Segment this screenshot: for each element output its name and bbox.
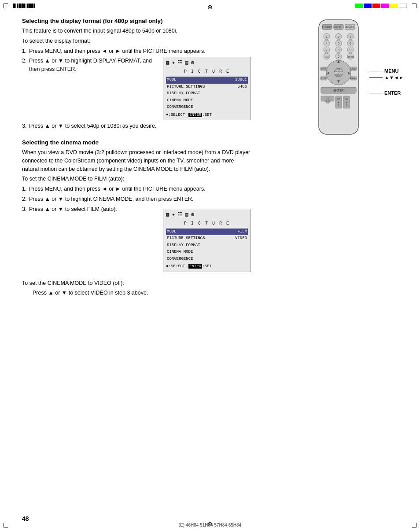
nav-connector-line <box>369 77 383 78</box>
menu-label-area: MENU <box>369 68 398 74</box>
main-content: Selecting the display format (for 480p s… <box>22 18 398 513</box>
section2-step3: 3. Press ▲ or ▼ to select FILM (auto). ▦… <box>29 205 251 272</box>
svg-text:▼: ▼ <box>336 79 341 84</box>
svg-text:TV: TV <box>326 98 329 100</box>
osd-row-display-format: DISPLAY FORMAT <box>166 90 248 97</box>
corner-mark-tr <box>412 4 416 8</box>
section2-step1: 1. Press MENU, and then press ◄ or ► unt… <box>29 185 251 193</box>
color-bar <box>355 4 407 8</box>
corner-mark-tl <box>4 4 8 8</box>
section1-step1: 1. Press MENU, and then press ◄ or ► unt… <box>29 47 251 55</box>
section2-intro: To set the CINEMA MODE to FILM (auto): <box>22 175 251 183</box>
svg-text:◄: ◄ <box>326 70 330 75</box>
osd2-icon-5: ⚙ <box>191 211 194 219</box>
svg-text:RDIO: RDIO <box>326 102 330 104</box>
svg-text:CH/V: CH/V <box>321 68 326 70</box>
enter-connector-line <box>369 93 383 93</box>
svg-text:FAV▲: FAV▲ <box>350 68 356 70</box>
nav-label: ▲▼◄► <box>384 75 404 80</box>
osd-icon-4: ▤ <box>185 59 188 67</box>
svg-text:RECALL: RECALL <box>334 26 343 29</box>
svg-text:▼: ▼ <box>346 104 347 106</box>
svg-text:1: 1 <box>326 35 328 38</box>
section3-intro: To set the CINEMA MODE to VIDEO (off): <box>22 279 251 288</box>
osd-row-convergence: CONVERGENCE <box>166 104 248 111</box>
osd-row-picture-settings: PICTURE SETTINGS540p <box>166 84 248 91</box>
section2-step2: 2. Press ▲ or ▼ to highlight CINEMA MODE… <box>29 195 251 203</box>
crosshair-top: ⊕ <box>207 4 213 11</box>
svg-text:DIG/MNT: DIG/MNT <box>334 72 343 74</box>
osd2-row-cinema-mode: CINEMA MODE <box>166 249 248 256</box>
section1-step2: 2. Press ▲ or ▼ to highlight DISPLAY FOR… <box>29 57 251 120</box>
section1-intro2: To select the display format: <box>22 37 251 45</box>
osd-footer-2: ●:SELECT ENTER:SET <box>166 264 248 270</box>
section1-title: Selecting the display format (for 480p s… <box>22 18 251 24</box>
svg-text:VOL: VOL <box>345 98 349 100</box>
osd-icon-5: ⚙ <box>191 59 194 67</box>
section1-step3: 3. Press ▲ or ▼ to select 540p or 1080i … <box>29 122 251 130</box>
osd-icons-row-2: ▦ ✦ ☷ ▤ ⚙ <box>166 211 248 219</box>
osd2-icon-4: ▤ <box>185 211 188 219</box>
nav-label-area: ▲▼◄► <box>369 75 404 80</box>
osd-icon-3: ☷ <box>177 59 182 67</box>
section1-intro1: This feature is to convert the input sig… <box>22 27 251 35</box>
osd-row-cinema-mode: CINEMA MODE <box>166 97 248 104</box>
svg-text:6: 6 <box>350 42 351 45</box>
step2-indent: Press ▲ or ▼ to highlight DISPLAY FORMAT… <box>29 57 251 120</box>
osd-icons-row: ▦ ✦ ☷ ▤ ⚙ <box>166 59 248 67</box>
remote-container: TV/VIDEO RECALL POWER 1 2 3 4 <box>310 18 398 142</box>
page-number: 48 <box>22 515 29 522</box>
svg-text:▲: ▲ <box>336 59 341 64</box>
svg-text:5: 5 <box>338 42 339 45</box>
osd-title-2: P I C T U R E <box>166 220 248 227</box>
svg-text:+10: +10 <box>325 55 329 58</box>
svg-text:CHRTM: CHRTM <box>347 56 354 58</box>
osd-menu-1: ▦ ✦ ☷ ▤ ⚙ P I C T U R E MODE1080i <box>163 57 251 120</box>
left-column: Selecting the display format (for 480p s… <box>22 18 251 299</box>
right-column: TV/VIDEO RECALL POWER 1 2 3 4 <box>310 18 398 142</box>
svg-text:3: 3 <box>350 35 351 38</box>
footer-text: (E) 46H84 51H84 57H84 65H84 <box>179 523 241 527</box>
menu-label: MENU <box>384 68 398 74</box>
svg-text:▲: ▲ <box>338 101 339 103</box>
svg-text:►: ► <box>347 70 351 75</box>
section3: To set the CINEMA MODE to VIDEO (off): P… <box>22 279 251 298</box>
section3-step: Press ▲ or ▼ to select VIDEO in step 3 a… <box>33 289 251 297</box>
section2: Selecting the cinema mode When you view … <box>22 139 251 272</box>
osd2-row-picture-settings: PICTURE SETTINGSVIDEO <box>166 235 248 242</box>
osd-icon-1: ▦ <box>166 59 169 67</box>
enter-label: ENTER <box>384 90 401 96</box>
osd-menu-2: ▦ ✦ ☷ ▤ ⚙ P I C T U R E MODEFILM <box>163 209 251 272</box>
step3-indent: Press ▲ or ▼ to select FILM (auto). ▦ ✦ … <box>29 205 251 272</box>
svg-text:CH: CH <box>337 98 340 100</box>
corner-mark-br <box>412 523 416 527</box>
svg-text:4: 4 <box>326 42 328 45</box>
svg-text:FAV▼: FAV▼ <box>350 77 356 80</box>
svg-text:CH/V: CH/V <box>321 77 326 80</box>
svg-text:▲: ▲ <box>346 101 347 103</box>
section2-steps: 1. Press MENU, and then press ◄ or ► unt… <box>29 185 251 272</box>
step2-text: Press ▲ or ▼ to highlight DISPLAY FORMAT… <box>29 57 158 74</box>
section1: Selecting the display format (for 480p s… <box>22 18 251 130</box>
svg-text:▼: ▼ <box>338 104 339 106</box>
remote-illustration: TV/VIDEO RECALL POWER 1 2 3 4 <box>310 18 367 141</box>
menu-connector-line <box>369 71 383 71</box>
osd2-icon-3: ☷ <box>177 211 182 219</box>
osd-icon-2: ✦ <box>172 59 175 67</box>
svg-text:9: 9 <box>350 48 351 52</box>
osd2-row-display-format: DISPLAY FORMAT <box>166 242 248 249</box>
section2-body: When you view a DVD movie (3:2 pulldown … <box>22 148 251 173</box>
osd2-row-mode: MODEFILM <box>166 229 248 236</box>
osd-row-mode: MODE1080i <box>166 77 248 84</box>
svg-text:POWER: POWER <box>346 26 354 29</box>
section1-steps: 1. Press MENU, and then press ◄ or ► unt… <box>29 47 251 131</box>
osd-title-1: P I C T U R E <box>166 68 248 75</box>
osd-footer-1: ●:SELECT ENTER:SET <box>166 112 248 118</box>
barcode-top <box>13 4 35 8</box>
svg-text:TV/VIDEO: TV/VIDEO <box>322 26 332 29</box>
svg-text:8: 8 <box>338 48 339 52</box>
osd2-icon-1: ▦ <box>166 211 169 219</box>
corner-mark-bl <box>4 523 8 527</box>
enter-label-area: ENTER <box>369 90 401 96</box>
osd2-icon-2: ✦ <box>172 211 175 219</box>
